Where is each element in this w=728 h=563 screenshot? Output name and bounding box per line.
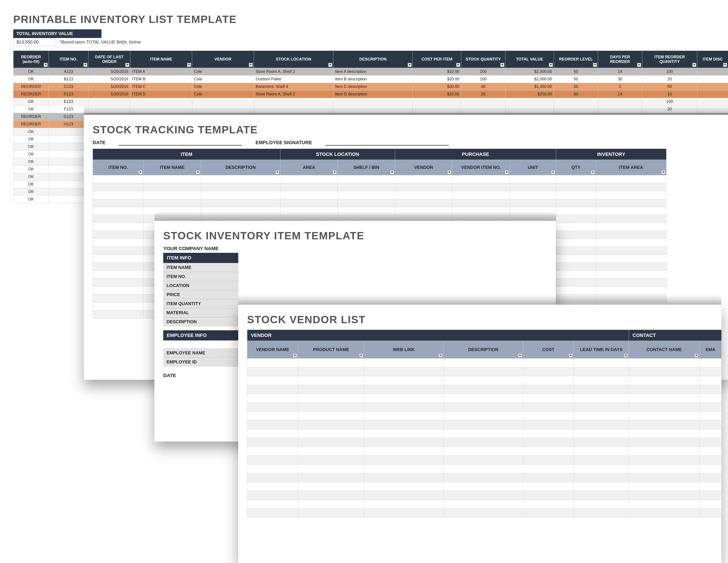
vendor-col-7[interactable]: EMA	[700, 341, 722, 359]
cell[interactable]	[556, 278, 596, 287]
cell[interactable]: OK	[13, 188, 49, 195]
cell[interactable]	[444, 456, 523, 465]
cell[interactable]	[280, 183, 338, 191]
cell[interactable]: $10.00	[413, 90, 461, 98]
cell[interactable]	[697, 68, 728, 75]
cell[interactable]	[444, 376, 523, 385]
cell[interactable]	[554, 98, 598, 105]
inv-col-5[interactable]: STOCK LOCATION	[254, 51, 333, 68]
cell[interactable]	[298, 429, 364, 438]
cell[interactable]: F123	[49, 105, 88, 113]
cell[interactable]	[556, 239, 596, 247]
cell[interactable]	[596, 271, 666, 278]
filter-dropdown-icon[interactable]	[518, 354, 522, 358]
cell[interactable]	[523, 509, 574, 518]
filter-dropdown-icon[interactable]	[44, 63, 48, 67]
cell[interactable]	[93, 311, 144, 319]
vendor-col-4[interactable]: COST	[523, 341, 574, 359]
cell[interactable]	[510, 191, 556, 199]
filter-dropdown-icon[interactable]	[624, 354, 628, 358]
cell[interactable]: Cole	[192, 75, 254, 83]
cell[interactable]: 100	[642, 98, 697, 105]
cell[interactable]	[413, 105, 461, 113]
inv-col-2[interactable]: DATE OF LAST ORDER	[88, 51, 130, 68]
track-col-8[interactable]: QTY	[556, 160, 596, 175]
filter-dropdown-icon[interactable]	[447, 170, 451, 174]
cell[interactable]	[364, 500, 444, 509]
cell[interactable]	[338, 175, 395, 183]
cell[interactable]	[93, 255, 144, 263]
cell[interactable]	[49, 180, 88, 188]
cell[interactable]	[247, 473, 298, 482]
cell[interactable]: REORDER	[13, 113, 49, 120]
cell[interactable]: 5/20/2016	[88, 75, 130, 83]
cell[interactable]: 50	[554, 83, 598, 90]
cell[interactable]	[574, 420, 629, 429]
cell[interactable]	[298, 456, 364, 465]
cell[interactable]	[574, 412, 629, 420]
cell[interactable]	[93, 191, 144, 199]
cell[interactable]	[298, 420, 364, 429]
cell[interactable]	[413, 98, 461, 105]
cell[interactable]	[93, 247, 144, 255]
filter-dropdown-icon[interactable]	[328, 63, 332, 67]
cell[interactable]	[395, 199, 452, 207]
cell[interactable]	[629, 500, 700, 509]
cell[interactable]	[523, 376, 574, 385]
cell[interactable]	[298, 465, 364, 473]
cell[interactable]	[298, 368, 364, 376]
cell[interactable]: H123	[49, 120, 88, 128]
cell[interactable]	[556, 199, 596, 207]
cell[interactable]	[700, 368, 722, 376]
cell[interactable]	[49, 135, 88, 143]
cell[interactable]	[505, 98, 554, 105]
cell[interactable]: OK	[13, 105, 49, 113]
track-col-5[interactable]: VENDOR	[395, 160, 452, 175]
cell[interactable]	[510, 207, 556, 215]
cell[interactable]	[629, 368, 700, 376]
cell[interactable]	[247, 482, 298, 491]
cell[interactable]	[629, 403, 700, 412]
cell[interactable]	[444, 482, 523, 491]
cell[interactable]	[700, 376, 722, 385]
cell[interactable]: OK	[13, 165, 49, 173]
cell[interactable]	[700, 359, 722, 368]
cell[interactable]	[700, 438, 722, 447]
cell[interactable]	[523, 385, 574, 394]
cell[interactable]: OK	[13, 173, 49, 180]
cell[interactable]	[130, 105, 192, 113]
cell[interactable]	[298, 412, 364, 420]
filter-dropdown-icon[interactable]	[505, 170, 509, 174]
cell[interactable]	[298, 509, 364, 518]
cell[interactable]	[523, 438, 574, 447]
cell[interactable]	[247, 385, 298, 394]
cell[interactable]: C123	[49, 83, 88, 90]
cell[interactable]: OK	[13, 135, 49, 143]
cell[interactable]	[452, 175, 510, 183]
cell[interactable]: 50	[554, 68, 598, 75]
cell[interactable]	[298, 447, 364, 456]
cell[interactable]	[254, 105, 333, 113]
cell[interactable]: Outdoor Pallet	[254, 75, 333, 83]
cell[interactable]	[523, 412, 574, 420]
cell[interactable]	[574, 394, 629, 403]
cell[interactable]	[247, 368, 298, 376]
cell[interactable]	[93, 239, 144, 247]
cell[interactable]: 14	[598, 68, 642, 75]
inv-col-12[interactable]: ITEM REORDER QUANTITY	[642, 51, 697, 68]
cell[interactable]	[554, 105, 598, 113]
filter-dropdown-icon[interactable]	[694, 354, 698, 358]
cell[interactable]	[523, 500, 574, 509]
filter-dropdown-icon[interactable]	[359, 354, 363, 358]
inv-col-3[interactable]: ITEM NAME	[130, 51, 192, 68]
cell[interactable]	[556, 231, 596, 239]
cell[interactable]	[629, 509, 700, 518]
cell[interactable]: Cole	[192, 90, 254, 98]
cell[interactable]	[444, 420, 523, 429]
cell[interactable]	[49, 143, 88, 150]
cell[interactable]	[574, 376, 629, 385]
cell[interactable]	[556, 215, 596, 223]
cell[interactable]: REORDER	[13, 90, 49, 98]
track-col-4[interactable]: SHELF / BIN	[338, 160, 395, 175]
vendor-col-0[interactable]: VENDOR NAME	[247, 341, 298, 359]
